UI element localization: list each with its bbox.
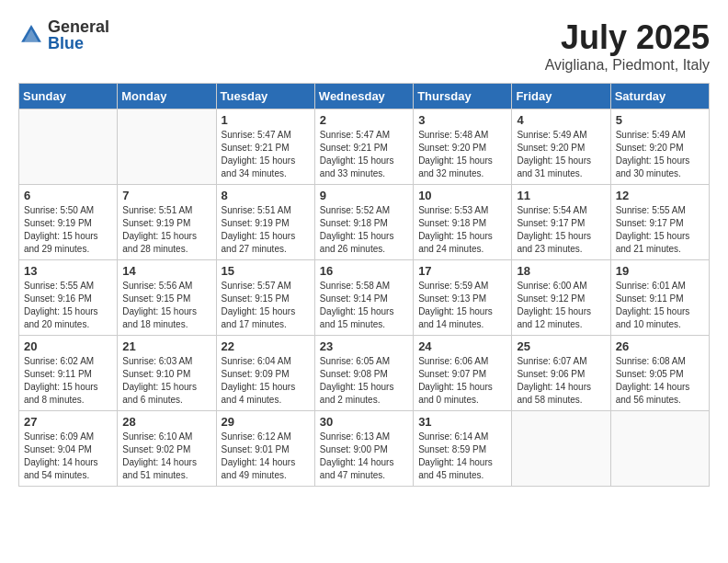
calendar-cell: 24Sunrise: 6:06 AM Sunset: 9:07 PM Dayli… — [414, 336, 512, 411]
location: Avigliana, Piedmont, Italy — [545, 57, 710, 74]
calendar-cell: 3Sunrise: 5:48 AM Sunset: 9:20 PM Daylig… — [414, 109, 512, 185]
day-number: 24 — [418, 339, 506, 353]
cell-text: Sunrise: 6:14 AM Sunset: 8:59 PM Dayligh… — [418, 431, 506, 482]
title-area: July 2025 Avigliana, Piedmont, Italy — [545, 18, 710, 74]
page-header: General Blue July 2025 Avigliana, Piedmo… — [18, 18, 710, 74]
calendar-cell: 12Sunrise: 5:55 AM Sunset: 9:17 PM Dayli… — [610, 185, 709, 260]
day-number: 10 — [418, 189, 506, 202]
logo-text: General Blue — [48, 18, 109, 52]
cell-text: Sunrise: 5:58 AM Sunset: 9:14 PM Dayligh… — [320, 280, 408, 331]
weekday-header-row: SundayMondayTuesdayWednesdayThursdayFrid… — [19, 84, 710, 109]
cell-text: Sunrise: 5:47 AM Sunset: 9:21 PM Dayligh… — [222, 129, 310, 180]
day-number: 3 — [418, 113, 506, 127]
day-number: 7 — [122, 189, 210, 202]
calendar-cell: 31Sunrise: 6:14 AM Sunset: 8:59 PM Dayli… — [414, 411, 512, 487]
day-number: 20 — [24, 339, 112, 353]
calendar-cell: 8Sunrise: 5:51 AM Sunset: 9:19 PM Daylig… — [216, 185, 314, 260]
day-number: 23 — [320, 339, 408, 353]
day-number: 17 — [418, 264, 506, 278]
calendar-week-row: 6Sunrise: 5:50 AM Sunset: 9:19 PM Daylig… — [19, 185, 710, 260]
day-number: 21 — [122, 339, 210, 353]
weekday-header: Saturday — [610, 84, 709, 109]
calendar-cell — [19, 109, 118, 185]
cell-text: Sunrise: 5:53 AM Sunset: 9:18 PM Dayligh… — [418, 204, 506, 256]
day-number: 13 — [24, 264, 112, 278]
cell-text: Sunrise: 5:54 AM Sunset: 9:17 PM Dayligh… — [517, 204, 605, 256]
calendar-cell — [512, 411, 610, 487]
cell-text: Sunrise: 6:06 AM Sunset: 9:07 PM Dayligh… — [418, 355, 506, 407]
calendar-cell: 19Sunrise: 6:01 AM Sunset: 9:11 PM Dayli… — [610, 260, 709, 336]
calendar-cell: 5Sunrise: 5:49 AM Sunset: 9:20 PM Daylig… — [610, 109, 709, 185]
day-number: 28 — [122, 415, 210, 429]
calendar-cell: 15Sunrise: 5:57 AM Sunset: 9:15 PM Dayli… — [216, 260, 314, 336]
cell-text: Sunrise: 5:56 AM Sunset: 9:15 PM Dayligh… — [122, 280, 210, 331]
day-number: 18 — [517, 264, 605, 278]
day-number: 11 — [517, 189, 605, 202]
weekday-header: Friday — [512, 84, 610, 109]
cell-text: Sunrise: 5:52 AM Sunset: 9:18 PM Dayligh… — [320, 204, 408, 256]
day-number: 4 — [517, 113, 605, 127]
calendar-cell: 21Sunrise: 6:03 AM Sunset: 9:10 PM Dayli… — [118, 336, 216, 411]
calendar-cell: 29Sunrise: 6:12 AM Sunset: 9:01 PM Dayli… — [216, 411, 314, 487]
cell-text: Sunrise: 5:57 AM Sunset: 9:15 PM Dayligh… — [222, 280, 310, 331]
calendar-cell: 4Sunrise: 5:49 AM Sunset: 9:20 PM Daylig… — [512, 109, 610, 185]
calendar-cell: 16Sunrise: 5:58 AM Sunset: 9:14 PM Dayli… — [314, 260, 413, 336]
day-number: 26 — [616, 339, 704, 353]
cell-text: Sunrise: 5:49 AM Sunset: 9:20 PM Dayligh… — [517, 129, 605, 180]
logo: General Blue — [18, 18, 109, 52]
calendar-week-row: 20Sunrise: 6:02 AM Sunset: 9:11 PM Dayli… — [19, 336, 710, 411]
day-number: 9 — [320, 189, 408, 202]
logo-blue: Blue — [48, 35, 109, 52]
calendar-cell: 27Sunrise: 6:09 AM Sunset: 9:04 PM Dayli… — [19, 411, 118, 487]
cell-text: Sunrise: 6:09 AM Sunset: 9:04 PM Dayligh… — [24, 431, 112, 482]
day-number: 29 — [222, 415, 310, 429]
logo-icon — [18, 22, 44, 48]
cell-text: Sunrise: 5:59 AM Sunset: 9:13 PM Dayligh… — [418, 280, 506, 331]
day-number: 27 — [24, 415, 112, 429]
calendar-table: SundayMondayTuesdayWednesdayThursdayFrid… — [18, 83, 710, 487]
cell-text: Sunrise: 6:10 AM Sunset: 9:02 PM Dayligh… — [122, 431, 210, 482]
cell-text: Sunrise: 5:49 AM Sunset: 9:20 PM Dayligh… — [616, 129, 704, 180]
cell-text: Sunrise: 5:48 AM Sunset: 9:20 PM Dayligh… — [418, 129, 506, 180]
weekday-header: Wednesday — [314, 84, 413, 109]
cell-text: Sunrise: 6:13 AM Sunset: 9:00 PM Dayligh… — [320, 431, 408, 482]
cell-text: Sunrise: 6:08 AM Sunset: 9:05 PM Dayligh… — [616, 355, 704, 407]
cell-text: Sunrise: 6:04 AM Sunset: 9:09 PM Dayligh… — [222, 355, 310, 407]
calendar-cell: 11Sunrise: 5:54 AM Sunset: 9:17 PM Dayli… — [512, 185, 610, 260]
cell-text: Sunrise: 5:50 AM Sunset: 9:19 PM Dayligh… — [24, 204, 112, 256]
cell-text: Sunrise: 5:55 AM Sunset: 9:16 PM Dayligh… — [24, 280, 112, 331]
calendar-cell: 20Sunrise: 6:02 AM Sunset: 9:11 PM Dayli… — [19, 336, 118, 411]
calendar-cell: 22Sunrise: 6:04 AM Sunset: 9:09 PM Dayli… — [216, 336, 314, 411]
calendar-cell — [118, 109, 216, 185]
calendar-cell: 9Sunrise: 5:52 AM Sunset: 9:18 PM Daylig… — [314, 185, 413, 260]
cell-text: Sunrise: 5:55 AM Sunset: 9:17 PM Dayligh… — [616, 204, 704, 256]
weekday-header: Tuesday — [216, 84, 314, 109]
calendar-week-row: 1Sunrise: 5:47 AM Sunset: 9:21 PM Daylig… — [19, 109, 710, 185]
calendar-cell: 18Sunrise: 6:00 AM Sunset: 9:12 PM Dayli… — [512, 260, 610, 336]
logo-general: General — [48, 18, 109, 35]
cell-text: Sunrise: 6:12 AM Sunset: 9:01 PM Dayligh… — [222, 431, 310, 482]
weekday-header: Thursday — [414, 84, 512, 109]
cell-text: Sunrise: 6:00 AM Sunset: 9:12 PM Dayligh… — [517, 280, 605, 331]
calendar-cell: 2Sunrise: 5:47 AM Sunset: 9:21 PM Daylig… — [314, 109, 413, 185]
calendar-cell: 1Sunrise: 5:47 AM Sunset: 9:21 PM Daylig… — [216, 109, 314, 185]
cell-text: Sunrise: 5:51 AM Sunset: 9:19 PM Dayligh… — [122, 204, 210, 256]
calendar-week-row: 13Sunrise: 5:55 AM Sunset: 9:16 PM Dayli… — [19, 260, 710, 336]
calendar-cell: 25Sunrise: 6:07 AM Sunset: 9:06 PM Dayli… — [512, 336, 610, 411]
day-number: 1 — [222, 113, 310, 127]
calendar-cell: 14Sunrise: 5:56 AM Sunset: 9:15 PM Dayli… — [118, 260, 216, 336]
day-number: 2 — [320, 113, 408, 127]
day-number: 5 — [616, 113, 704, 127]
weekday-header: Monday — [118, 84, 216, 109]
day-number: 8 — [222, 189, 310, 202]
calendar-cell: 23Sunrise: 6:05 AM Sunset: 9:08 PM Dayli… — [314, 336, 413, 411]
calendar-cell: 26Sunrise: 6:08 AM Sunset: 9:05 PM Dayli… — [610, 336, 709, 411]
cell-text: Sunrise: 5:47 AM Sunset: 9:21 PM Dayligh… — [320, 129, 408, 180]
calendar-cell: 28Sunrise: 6:10 AM Sunset: 9:02 PM Dayli… — [118, 411, 216, 487]
month-title: July 2025 — [545, 18, 710, 57]
calendar-cell: 7Sunrise: 5:51 AM Sunset: 9:19 PM Daylig… — [118, 185, 216, 260]
calendar-cell: 6Sunrise: 5:50 AM Sunset: 9:19 PM Daylig… — [19, 185, 118, 260]
calendar-week-row: 27Sunrise: 6:09 AM Sunset: 9:04 PM Dayli… — [19, 411, 710, 487]
calendar-cell: 13Sunrise: 5:55 AM Sunset: 9:16 PM Dayli… — [19, 260, 118, 336]
weekday-header: Sunday — [19, 84, 118, 109]
